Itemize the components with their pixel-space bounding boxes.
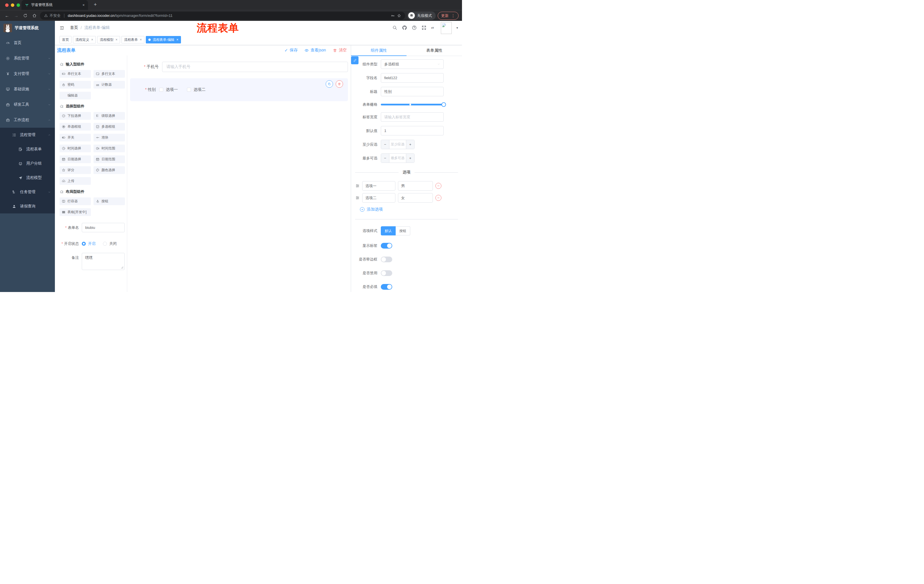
title-input[interactable]: 性别 bbox=[381, 87, 444, 96]
close-icon[interactable]: × bbox=[91, 38, 93, 42]
caret-down-icon[interactable]: ▾ bbox=[456, 26, 458, 30]
reload-icon[interactable] bbox=[22, 13, 29, 18]
home-icon[interactable] bbox=[31, 13, 38, 18]
new-tab-button[interactable]: + bbox=[91, 1, 99, 8]
tag-process-def[interactable]: 流程定义× bbox=[73, 36, 96, 43]
option-value-input[interactable]: 男 bbox=[398, 181, 433, 191]
phone-input[interactable]: 请输入手机号 bbox=[162, 62, 348, 72]
close-window-button[interactable] bbox=[5, 3, 8, 7]
component-item-row-container[interactable]: 行容器 bbox=[59, 197, 91, 205]
show-label-toggle[interactable] bbox=[381, 243, 392, 248]
avatar[interactable] bbox=[441, 22, 452, 34]
sidebar-item-home[interactable]: 首页 bbox=[0, 35, 55, 51]
view-json-button[interactable]: 查看json bbox=[304, 48, 326, 53]
resize-handle-icon[interactable] bbox=[121, 266, 124, 269]
min-select-input[interactable]: 至少应选 bbox=[389, 140, 406, 149]
status-on-radio[interactable]: 开启 bbox=[82, 241, 96, 246]
plus-button[interactable]: + bbox=[406, 154, 414, 163]
key-icon[interactable] bbox=[391, 14, 395, 18]
browser-menu-icon[interactable]: ⋮ bbox=[451, 13, 455, 18]
github-icon[interactable] bbox=[402, 25, 407, 30]
label-width-input[interactable]: 请输入标签宽度 bbox=[381, 112, 444, 122]
component-item-switch[interactable]: 开关 bbox=[59, 134, 91, 141]
border-toggle[interactable] bbox=[381, 257, 392, 262]
component-item-button[interactable]: 按钮 bbox=[94, 197, 125, 205]
clear-button[interactable]: 清空 bbox=[333, 48, 347, 53]
option-name-input[interactable]: 选项一 bbox=[362, 181, 395, 191]
browser-tab[interactable]: 芋道管理系统 × bbox=[21, 0, 88, 10]
field-phone[interactable]: 手机号 请输入手机号 bbox=[130, 62, 348, 72]
component-item-upload[interactable]: 上传 bbox=[59, 177, 91, 185]
text-size-icon[interactable]: tT bbox=[431, 25, 436, 30]
option-value-input[interactable]: 女 bbox=[398, 193, 433, 202]
question-icon[interactable] bbox=[412, 25, 417, 30]
tab-component-props[interactable]: 组件属性 bbox=[351, 45, 406, 56]
component-item-date-range[interactable]: 日期范围 bbox=[94, 155, 125, 163]
sidebar-item-devtools[interactable]: 研发工具 bbox=[0, 97, 55, 112]
field-gender-selected[interactable]: 性别 选项一 选项二 bbox=[130, 78, 348, 101]
search-icon[interactable] bbox=[392, 25, 398, 30]
menu-fold-icon[interactable] bbox=[57, 25, 67, 30]
plus-button[interactable]: + bbox=[406, 140, 414, 149]
close-icon[interactable]: × bbox=[140, 38, 142, 42]
component-item-password[interactable]: 密码 bbox=[59, 81, 91, 89]
default-value-input[interactable]: 1 bbox=[381, 126, 444, 135]
minus-button[interactable]: − bbox=[381, 154, 389, 163]
save-button[interactable]: ✓ 保存 bbox=[284, 48, 298, 53]
form-remark-textarea[interactable]: 嘿嘿 bbox=[82, 253, 125, 270]
copy-component-button[interactable] bbox=[326, 80, 333, 88]
security-chip[interactable]: 不安全 bbox=[44, 13, 61, 18]
component-item-counter[interactable]: 123计数器 bbox=[94, 81, 125, 89]
sidebar-item-workflow[interactable]: 工作流程 bbox=[0, 112, 55, 128]
remove-option-button[interactable]: − bbox=[436, 183, 441, 189]
component-item-cascader[interactable]: 级联选择 bbox=[94, 112, 125, 120]
sidebar-item-user-group[interactable]: 用户分组 bbox=[0, 156, 55, 171]
max-select-input[interactable]: 最多可选 bbox=[389, 154, 406, 163]
sidebar-item-process-form[interactable]: 流程表单 bbox=[0, 142, 55, 156]
form-name-input[interactable]: biubiu bbox=[82, 223, 125, 232]
component-item-date-picker[interactable]: 日期选择 bbox=[59, 155, 91, 163]
component-type-select[interactable]: 多选框组 bbox=[381, 59, 444, 69]
breadcrumb-home[interactable]: 首页 bbox=[70, 25, 78, 30]
sidebar-item-task-mgmt[interactable]: 任务管理 bbox=[0, 185, 55, 199]
add-option-button[interactable]: + 添加选项 bbox=[360, 207, 462, 212]
option-name-input[interactable]: 选项二 bbox=[362, 193, 395, 202]
close-icon[interactable]: × bbox=[177, 38, 178, 42]
close-icon[interactable]: × bbox=[82, 3, 85, 7]
style-default-button[interactable]: 默认 bbox=[381, 226, 396, 235]
minimize-window-button[interactable] bbox=[11, 3, 14, 7]
app-logo[interactable]: 芋道管理系统 bbox=[0, 21, 55, 35]
status-off-radio[interactable]: 关闭 bbox=[103, 241, 117, 246]
tag-process-model[interactable]: 流程模型× bbox=[97, 36, 120, 43]
slider-thumb[interactable] bbox=[441, 102, 446, 107]
component-item-time-picker[interactable]: 时间选择 bbox=[59, 145, 91, 152]
required-toggle[interactable] bbox=[381, 284, 392, 290]
tag-process-form-edit[interactable]: 流程表单-编辑× bbox=[146, 36, 181, 43]
component-item-table[interactable]: 表格[开发中] bbox=[59, 208, 91, 216]
sidebar-item-system[interactable]: 系统管理 bbox=[0, 51, 55, 66]
sidebar-item-payment[interactable]: 支付管理 bbox=[0, 66, 55, 81]
component-item-multi-line-text[interactable]: 多行文本 bbox=[94, 70, 125, 78]
component-item-editor[interactable]: 编辑器 bbox=[59, 92, 91, 99]
field-name-input[interactable]: field122 bbox=[381, 73, 444, 82]
component-item-single-line-text[interactable]: 单行文本 bbox=[59, 70, 91, 78]
grid-slider[interactable] bbox=[381, 102, 444, 107]
sidebar-item-process-mgmt[interactable]: 流程管理 bbox=[0, 128, 55, 142]
sidebar-item-process-model[interactable]: 流程模型 bbox=[0, 171, 55, 185]
component-item-select[interactable]: 下拉选择 bbox=[59, 112, 91, 120]
component-item-color-picker[interactable]: 颜色选择 bbox=[94, 166, 125, 174]
tag-home[interactable]: 首页 bbox=[59, 36, 71, 43]
url-bar[interactable]: 不安全 dashboard.yudao.iocoder.cn/bpm/manag… bbox=[40, 12, 405, 20]
update-button[interactable]: 更新 ⋮ bbox=[438, 12, 459, 20]
back-icon[interactable]: ← bbox=[3, 13, 11, 18]
sidebar-item-leave-query[interactable]: 请假查询 bbox=[0, 199, 55, 214]
forward-icon[interactable]: → bbox=[13, 13, 20, 18]
minus-button[interactable]: − bbox=[381, 140, 389, 149]
delete-component-button[interactable] bbox=[336, 80, 343, 88]
fullscreen-icon[interactable] bbox=[421, 25, 427, 30]
component-item-time-range[interactable]: 时间范围 bbox=[94, 145, 125, 152]
zoom-window-button[interactable] bbox=[16, 3, 20, 7]
component-item-slider[interactable]: 滑块 bbox=[94, 134, 125, 141]
bookmark-star-icon[interactable] bbox=[397, 14, 401, 18]
close-icon[interactable]: × bbox=[116, 38, 117, 42]
